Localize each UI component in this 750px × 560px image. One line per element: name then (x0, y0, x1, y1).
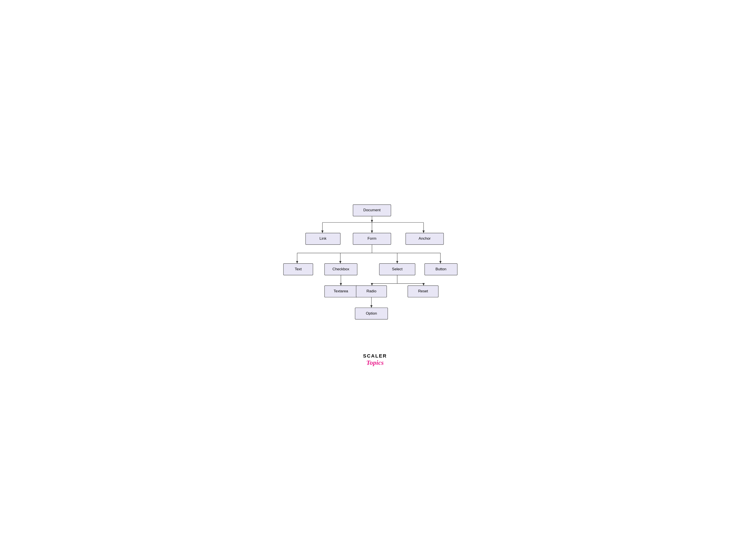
reset-label: Reset (418, 289, 428, 293)
textarea-label: Textarea (333, 289, 348, 293)
link-label: Link (319, 236, 327, 241)
tree-diagram: Document Link Form Anchor Text (280, 198, 470, 341)
option-label: Option (366, 311, 377, 315)
diagram-container: Document Link Form Anchor Text (276, 189, 474, 347)
form-label: Form (368, 236, 376, 241)
radio-label: Radio (366, 289, 376, 293)
checkbox-label: Checkbox (332, 267, 349, 271)
anchor-label: Anchor (418, 236, 431, 241)
select-label: Select (392, 267, 402, 271)
button-label: Button (435, 267, 446, 271)
logo-container: SCALER Topics (363, 353, 387, 366)
logo-scaler-text: SCALER (363, 353, 387, 359)
text-label: Text (295, 267, 302, 271)
logo-topics-text: Topics (366, 359, 384, 366)
document-label: Document (363, 208, 381, 212)
